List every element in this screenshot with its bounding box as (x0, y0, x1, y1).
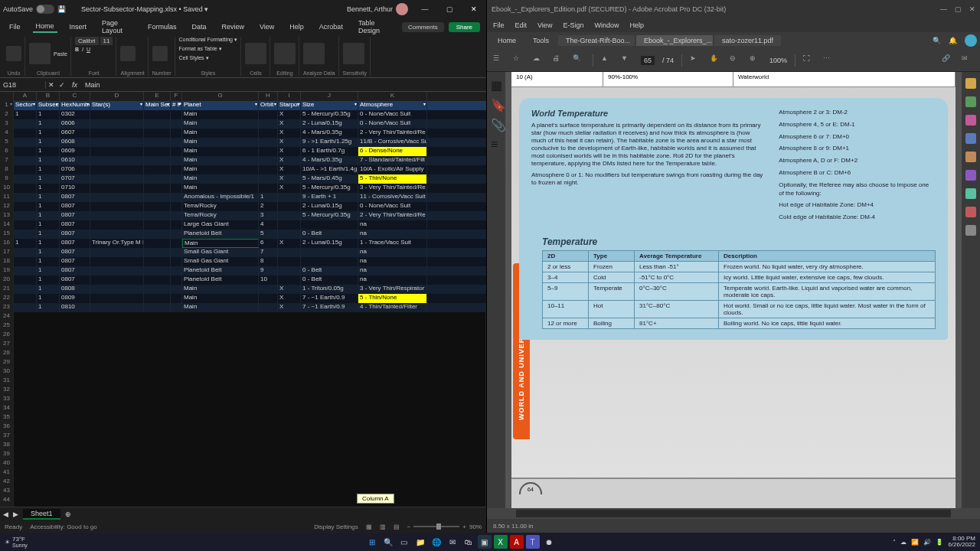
tool-comment[interactable] (965, 133, 976, 144)
pdf-viewport[interactable]: 10 (A) 90%-100% Waterworld WORLD AND UNI… (505, 72, 962, 508)
obs-icon[interactable]: ⏺ (542, 535, 556, 549)
font-name[interactable]: Calibri (75, 37, 99, 45)
acrobat-hscroll[interactable] (516, 510, 951, 517)
tab-insert[interactable]: Insert (67, 21, 90, 32)
editing-icon[interactable] (274, 43, 296, 64)
empty-row[interactable]: 44 (0, 496, 486, 505)
acrobat-avatar[interactable] (965, 34, 977, 47)
edge-icon[interactable]: 🌐 (430, 535, 443, 549)
undo-icon[interactable] (6, 46, 21, 61)
table-row[interactable]: 1510807Planetoid Belt50 - Beltna (0, 230, 486, 239)
taskbar-weather[interactable]: ☀ 73°F Sunny (5, 536, 28, 548)
menu-view[interactable]: View (537, 21, 552, 29)
table-row[interactable]: 1810807Small Gas Giant8na (0, 257, 486, 266)
tab-review[interactable]: Review (218, 21, 247, 32)
empty-row[interactable]: 38 (0, 441, 486, 450)
comments-button[interactable]: Comments (402, 22, 444, 32)
minimize-button[interactable]: — (416, 5, 434, 13)
empty-row[interactable]: 42 (0, 478, 486, 487)
ac-minimize[interactable]: — (940, 5, 947, 13)
empty-row[interactable]: 45 (0, 505, 486, 507)
table-row[interactable]: 1910807Planetoid Belt90 - Beltna (0, 266, 486, 276)
empty-row[interactable]: 43 (0, 487, 486, 496)
empty-row[interactable]: 24 (0, 312, 486, 321)
excel-taskbar-icon[interactable]: X (494, 535, 508, 549)
table-row[interactable]: 1710807Small Gas Giant7na (0, 248, 486, 257)
tab-data[interactable]: Data (188, 21, 209, 32)
table-row[interactable]: 1310807Terra/Rocky35 - Mercury/0.35g2 - … (0, 211, 486, 220)
maximize-button[interactable]: ▢ (440, 5, 459, 13)
conditional-formatting[interactable]: Conditional Formatting ▾ (179, 37, 237, 43)
tab-acrobat[interactable]: Acrobat (316, 21, 346, 32)
tool-organize[interactable] (965, 152, 976, 162)
table-row[interactable]: 410607MainX4 - Mars/0.35g2 - Very Thin/T… (0, 129, 486, 138)
tab-formulas[interactable]: Formulas (145, 21, 180, 32)
tool-fill-sign[interactable] (965, 170, 976, 181)
tool-edit[interactable] (965, 115, 976, 126)
table-row[interactable]: 1110807Anomalous - Impossible/119 - Eart… (0, 193, 486, 202)
mail-icon[interactable]: ✉ (446, 535, 459, 549)
tab-home[interactable]: Home (33, 21, 57, 33)
fx-cancel-icon[interactable]: ✕ (46, 81, 57, 89)
table-row[interactable]: 2310810MainX7 - ~1 Earth/0.94 - Thin/Tai… (0, 303, 486, 312)
empty-row[interactable]: 33 (0, 395, 486, 404)
spreadsheet-grid[interactable]: AB CD EF GH IJ K 1 SectorSubsector HexNu… (0, 92, 486, 507)
teams-icon[interactable]: T (526, 535, 540, 549)
autosave-toggle[interactable] (36, 5, 54, 14)
zoom-out-tool-icon[interactable]: ⊖ (730, 54, 742, 67)
tray-battery-icon[interactable]: 🔋 (936, 539, 943, 546)
italic-icon[interactable]: I (82, 47, 83, 52)
empty-row[interactable]: 41 (0, 468, 486, 478)
page-input[interactable]: 65 (641, 56, 655, 65)
tray-wifi-icon[interactable]: 📶 (911, 539, 919, 546)
start-icon[interactable]: ⊞ (365, 535, 379, 549)
tab-help[interactable]: Help (286, 21, 307, 32)
font-size[interactable]: 11 (100, 37, 113, 45)
empty-row[interactable]: 32 (0, 386, 486, 395)
table-row[interactable]: 2110808MainX1 - Triton/0.05g3 - Very Thi… (0, 285, 486, 294)
tool-create[interactable] (965, 78, 976, 89)
tool-more[interactable] (965, 225, 976, 236)
zoom-value[interactable]: 90% (469, 523, 482, 530)
table-row[interactable]: 1410807Large Gas Giant4na (0, 220, 486, 230)
table-row[interactable]: 810706MainX10/A - >1 Earth/1.4g10/A - Ex… (0, 165, 486, 174)
zoom-in-tool-icon[interactable]: ⊕ (750, 54, 762, 67)
print-icon[interactable]: 🖨 (553, 54, 565, 67)
menu-window[interactable]: Window (594, 21, 619, 29)
search-taskbar-icon[interactable]: 🔍 (381, 535, 395, 549)
bookmarks-icon[interactable]: 🔖 (491, 98, 501, 109)
hand-icon[interactable]: ✋ (710, 54, 722, 67)
empty-row[interactable]: 35 (0, 413, 486, 422)
empty-row[interactable]: 29 (0, 358, 486, 367)
tool-protect[interactable] (965, 207, 976, 217)
cell-styles[interactable]: Cell Styles ▾ (179, 55, 209, 61)
empty-row[interactable]: 26 (0, 331, 486, 340)
table-row[interactable]: 710610MainX4 - Mars/0.35g7 - Standard/Ta… (0, 156, 486, 165)
ac-maximize[interactable]: ▢ (955, 5, 962, 13)
fx-accept-icon[interactable]: ✓ (57, 81, 67, 89)
table-headers[interactable]: 1 SectorSubsector HexNumberStar(s) Main … (0, 101, 486, 110)
tool-export[interactable] (965, 96, 976, 107)
table-row[interactable]: 2210809MainX7 - ~1 Earth/0.95 - Thin/Non… (0, 294, 486, 303)
add-sheet-icon[interactable]: ⊕ (65, 510, 71, 518)
sidebar-toggle-icon[interactable]: ☰ (493, 54, 505, 67)
excel-filename[interactable]: Sector-Subsector-Mapping.xlsx • Saved ▾ (81, 5, 208, 13)
empty-row[interactable]: 37 (0, 432, 486, 441)
store-icon[interactable]: 🛍 (462, 535, 475, 549)
menu-file[interactable]: File (493, 21, 505, 29)
underline-icon[interactable]: U (87, 47, 90, 52)
tab-page-layout[interactable]: Page Layout (99, 18, 136, 36)
zoom-level[interactable]: 100% (769, 57, 787, 64)
empty-row[interactable]: 36 (0, 422, 486, 432)
tab-home[interactable]: Home (490, 35, 524, 46)
tray-chevron-icon[interactable]: ˄ (893, 539, 896, 546)
doc-tab-2[interactable]: Ebook_-_Explorers_... × (636, 35, 713, 46)
doc-tab-3[interactable]: sato-zozer11.pdf (714, 35, 781, 46)
sheet-nav-right[interactable]: ▶ (13, 510, 18, 518)
align-icon[interactable] (120, 46, 136, 61)
search-icon[interactable]: 🔍 (933, 37, 941, 44)
view-page-icon[interactable]: ▥ (380, 523, 386, 530)
cloud-icon[interactable]: ☁ (533, 54, 545, 67)
taskbar-clock[interactable]: 8:00 PM 6/26/2022 (948, 536, 975, 548)
star-icon[interactable]: ☆ (513, 54, 525, 67)
